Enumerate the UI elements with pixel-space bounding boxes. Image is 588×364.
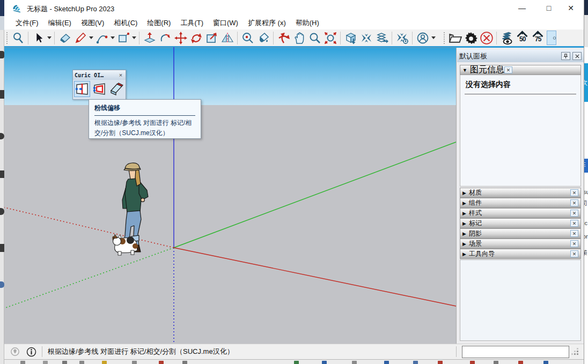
paint-bucket-icon: [257, 32, 270, 44]
section-instructor[interactable]: ▶ 工具向导 ✕: [460, 249, 581, 259]
tray-pin-button[interactable]: [561, 52, 570, 60]
toolbar-divider: [392, 32, 392, 44]
green-axis-solid: [174, 142, 456, 248]
tray-empty-area: [460, 259, 581, 341]
tray-header[interactable]: 默认面板: [457, 50, 584, 62]
curic-partial-button[interactable]: [547, 31, 556, 45]
eraser-tool-button[interactable]: [57, 31, 72, 45]
account-dropdown[interactable]: [430, 31, 436, 45]
geolocation-button[interactable]: [10, 346, 20, 357]
orbit-tool-button[interactable]: [276, 31, 291, 45]
zoom-tool-button[interactable]: [307, 31, 322, 45]
toolbar-divider: [273, 32, 274, 44]
toolbar-divider: [496, 32, 497, 44]
push-pull-tool-button[interactable]: [142, 31, 157, 45]
section-shadows[interactable]: ▶ 阴影 ✕: [460, 228, 581, 239]
flip-tool-button[interactable]: [220, 31, 234, 45]
pan-hand-icon: [293, 32, 306, 44]
tray-close-button[interactable]: [572, 52, 582, 60]
follow-me-tool-button[interactable]: [158, 31, 172, 45]
arc-tool-dropdown[interactable]: [109, 31, 115, 45]
select-tool-button[interactable]: [31, 31, 46, 45]
background-icon-fragment: [413, 361, 418, 364]
menu-file[interactable]: 文件(F): [11, 17, 43, 29]
menu-edit[interactable]: 编辑(E): [43, 17, 76, 29]
curic-offset-50-button[interactable]: 50: [515, 31, 530, 45]
section-scenes[interactable]: ▶ 场景 ✕: [460, 239, 581, 249]
curic-floating-toolbar[interactable]: Curic OI… ×: [72, 70, 126, 100]
section-close-icon[interactable]: ✕: [570, 189, 578, 196]
background-icon-fragment: [20, 361, 25, 364]
section-close-icon[interactable]: ✕: [570, 199, 578, 206]
model-viewport[interactable]: Curic OI… × 粉线偏移 根据边缘/参考线 对面进行 标记/相交/分割（…: [4, 47, 456, 344]
section-materials[interactable]: ▶ 材质 ✕: [460, 188, 581, 198]
entity-info-header[interactable]: ▼ 图元信息 ✕: [460, 65, 581, 75]
toolbar-grip[interactable]: [444, 32, 446, 44]
menu-draw[interactable]: 绘图(R): [142, 17, 175, 29]
account-button[interactable]: [415, 31, 430, 45]
menu-tools[interactable]: 工具(T): [175, 17, 208, 29]
menu-extensions[interactable]: 扩展程序 (x): [243, 17, 291, 29]
menu-view[interactable]: 视图(V): [76, 17, 109, 29]
settings-button[interactable]: [464, 31, 478, 45]
curic-face-offset-button[interactable]: [91, 81, 107, 97]
section-components[interactable]: ▶ 组件 ✕: [460, 198, 581, 208]
share-component-button[interactable]: [374, 31, 389, 45]
curic-toolbar-titlebar[interactable]: Curic OI… ×: [73, 70, 126, 80]
section-tags[interactable]: ▶ 标记 ✕: [460, 218, 581, 228]
red-cross-circle-icon: [480, 31, 494, 45]
share-model-button[interactable]: [359, 31, 373, 45]
pan-tool-button[interactable]: [292, 31, 306, 45]
section-close-icon[interactable]: ✕: [570, 240, 578, 247]
minimize-button[interactable]: —: [510, 0, 534, 16]
open-folder-button[interactable]: [448, 31, 462, 45]
background-window-right-sliver: 次 E su 司 ic or 策: [584, 0, 588, 364]
resize-grip[interactable]: [572, 348, 578, 355]
rotate-tool-button[interactable]: [189, 31, 203, 45]
expand-arrow-icon: ▶: [462, 200, 469, 206]
line-tool-dropdown[interactable]: [88, 31, 94, 45]
background-window-fragment: [584, 0, 588, 15]
menu-window[interactable]: 窗口(W): [208, 17, 243, 29]
toolbar-grip[interactable]: [6, 32, 9, 44]
zoom-extents-button[interactable]: [323, 31, 337, 45]
section-close-icon[interactable]: ✕: [570, 230, 578, 237]
line-tool-button[interactable]: [73, 31, 87, 45]
section-close-icon[interactable]: ✕: [570, 210, 578, 217]
close-icon: [575, 54, 579, 58]
menu-help[interactable]: 帮助(H): [291, 17, 324, 29]
arc-tool-button[interactable]: [94, 31, 109, 45]
cat-figure[interactable]: [109, 233, 143, 256]
scale-tool-button[interactable]: [204, 31, 219, 45]
curic-offset-75-button[interactable]: 75: [531, 31, 545, 45]
paint-bucket-tool-button[interactable]: [256, 31, 270, 45]
rectangle-tool-button[interactable]: [116, 31, 130, 45]
measurements-input[interactable]: [462, 346, 569, 358]
tooltip-title: 粉线偏移: [94, 103, 195, 113]
extension-manager-button[interactable]: [395, 31, 409, 45]
move-tool-button[interactable]: [173, 31, 188, 45]
credits-button[interactable]: [26, 346, 36, 357]
curic-layer-eye-button[interactable]: [499, 31, 514, 45]
rectangle-tool-dropdown[interactable]: [131, 31, 137, 45]
close-button[interactable]: ✕: [559, 0, 583, 16]
curic-pink-offset-button[interactable]: [74, 81, 90, 97]
background-icon-fragment: [0, 133, 4, 139]
search-button[interactable]: [11, 31, 25, 45]
tape-measure-tool-button[interactable]: [240, 31, 255, 45]
section-close-icon[interactable]: ✕: [570, 220, 578, 227]
section-close-icon[interactable]: ✕: [570, 250, 578, 257]
status-bar: 根据边缘/参考线 对面进行 标记/相交/分割（SUCJ.me汉化）: [4, 344, 584, 359]
3d-warehouse-button[interactable]: [343, 31, 358, 45]
section-label: 样式: [469, 209, 570, 218]
scale-icon: [205, 32, 218, 44]
maximize-button[interactable]: □: [537, 0, 561, 16]
menu-camera[interactable]: 相机(C): [109, 17, 142, 29]
entity-info-close-icon[interactable]: ✕: [504, 66, 512, 73]
curic-solid-offset-button[interactable]: [108, 81, 124, 97]
disable-extension-button[interactable]: [479, 31, 494, 45]
curic-close-icon[interactable]: ×: [117, 72, 124, 78]
background-icon-fragment: [79, 361, 84, 364]
select-tool-dropdown[interactable]: [46, 31, 52, 45]
section-styles[interactable]: ▶ 样式 ✕: [460, 208, 581, 218]
